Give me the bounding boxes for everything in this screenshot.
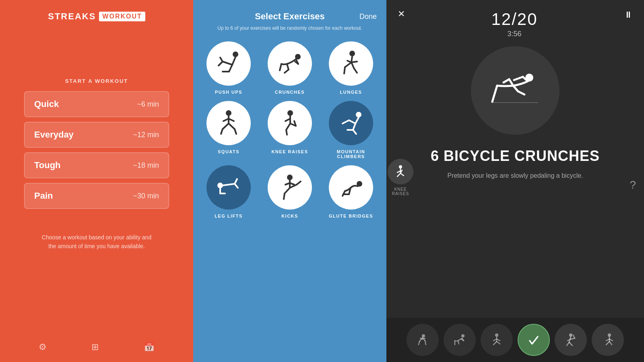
svg-line-32 [286,130,287,135]
svg-line-68 [504,79,509,82]
select-subtitle: Up to 6 of your exercises will be random… [193,25,386,38]
exercise-circle-push-ups [206,41,251,86]
bottom-exercise-strip [386,318,644,362]
svg-line-51 [284,193,285,199]
calendar-icon[interactable]: 📅 [144,342,155,352]
svg-line-39 [343,120,349,123]
exercise-item-knee-raises[interactable]: KNEE RAISES [262,101,317,159]
progress-counter: 12/20 3:56 [491,10,537,38]
exercise-label-leg-lifts: LEG LIFTS [215,214,243,218]
strip-item-4[interactable] [518,324,550,356]
counter-main: 12/20 [491,10,537,29]
app-title-streaks: STREAKS [48,11,96,22]
exercise-item-squats[interactable]: SQUATS [201,101,256,159]
exercise-label-push-ups: PUSH UPS [215,90,242,95]
svg-line-88 [493,341,497,345]
svg-line-50 [285,188,290,193]
strip-item-1[interactable] [407,324,439,356]
workout-name-pain: Pain [34,191,53,201]
start-label: START A WORKOUT [65,78,128,84]
workout-options: Quick ~6 min Everyday ~12 min Tough ~18 … [24,91,169,209]
settings-icon[interactable]: ⚙ [39,342,47,352]
exercise-circle-leg-lifts [206,165,251,210]
exercise-label-squats: SQUATS [218,149,239,154]
workout-time-tough: ~18 min [133,161,159,170]
done-button[interactable]: Done [357,12,377,21]
svg-line-46 [235,179,237,184]
svg-line-1 [232,57,235,65]
svg-line-9 [287,64,289,70]
exercise-item-mountain-climbers[interactable]: MOUNTAIN CLIMBERS [324,101,378,159]
exercise-label-lunges: LUNGES [340,90,362,95]
exercise-circle-lunges [329,41,373,86]
exercise-item-leg-lifts[interactable]: LEG LIFTS [201,165,256,218]
svg-line-15 [345,62,351,67]
strip-item-6[interactable] [592,324,624,356]
pause-button[interactable]: ⏸ [624,10,633,20]
panel-workout-progress: ✕ 12/20 3:56 ⏸ KNEE RAISES [386,0,644,362]
svg-line-26 [235,129,236,134]
strip-item-3[interactable] [481,324,513,356]
workout-btn-quick[interactable]: Quick ~6 min [24,91,169,117]
bottom-nav: ⚙ ⊞ 📅 [0,342,193,352]
exercise-label-glute-bridges: GLUTE BRIDGES [329,214,373,218]
svg-line-69 [513,86,518,91]
svg-point-81 [461,334,464,337]
svg-line-82 [458,341,459,344]
svg-line-31 [286,123,290,130]
workout-description: Choose a workout based on your ability a… [36,233,157,251]
svg-line-6 [220,58,223,62]
svg-line-47 [235,184,238,188]
workout-time-pain: ~30 min [133,192,159,200]
svg-line-24 [221,129,223,134]
exercise-circle-glute-bridges [329,165,373,210]
exercise-item-crunches[interactable]: CRUNCHES [262,41,317,95]
svg-line-77 [419,341,419,345]
svg-line-94 [567,342,569,346]
svg-line-17 [351,62,354,68]
svg-line-16 [344,67,345,74]
exercise-circle-crunches [268,41,312,86]
exercise-item-lunges[interactable]: LUNGES [324,41,378,95]
question-button[interactable]: ? [630,179,636,191]
exercise-label-knee-raises: KNEE RAISES [271,149,308,154]
svg-point-21 [226,110,231,116]
svg-line-20 [351,62,357,62]
exercise-item-push-ups[interactable]: PUSH UPS [201,41,256,95]
svg-point-0 [233,51,238,57]
svg-line-101 [606,341,609,345]
svg-line-89 [497,341,500,344]
workout-btn-pain[interactable]: Pain ~30 min [24,183,169,209]
svg-line-25 [229,123,235,129]
svg-point-29 [287,110,293,116]
svg-line-98 [573,335,575,338]
workout-btn-everyday[interactable]: Everyday ~12 min [24,122,169,148]
svg-line-97 [571,338,575,339]
close-button[interactable]: ✕ [398,10,405,19]
svg-line-2 [223,62,232,65]
strip-item-5[interactable] [555,324,587,356]
workout-name-quick: Quick [34,99,59,109]
workout-btn-tough[interactable]: Tough ~18 min [24,152,169,178]
svg-line-95 [569,342,572,346]
svg-line-38 [349,120,355,123]
exercise-circle-knee-raises [268,101,312,145]
svg-line-37 [355,117,359,123]
svg-line-8 [280,64,281,70]
exercises-grid: PUSH UPS CRUNCHES [193,38,386,222]
side-hint-circle [388,159,413,185]
select-title: Select Exercises [223,11,357,22]
exercise-circle-mountain-climbers [329,101,373,145]
svg-point-48 [287,175,293,180]
exercise-item-kicks[interactable]: KICKS [262,165,317,218]
select-header: Select Exercises Done [193,0,386,25]
grid-icon[interactable]: ⊞ [91,342,99,352]
svg-line-3 [229,65,232,72]
strip-item-2[interactable] [444,324,476,356]
exercise-item-glute-bridges[interactable]: GLUTE BRIDGES [324,165,378,218]
workout-time-quick: ~6 min [137,100,159,109]
exercise-circle-kicks [268,165,312,210]
exercise-big-circle [471,46,559,135]
exercise-label-crunches: CRUNCHES [275,90,305,95]
svg-point-13 [349,51,355,56]
